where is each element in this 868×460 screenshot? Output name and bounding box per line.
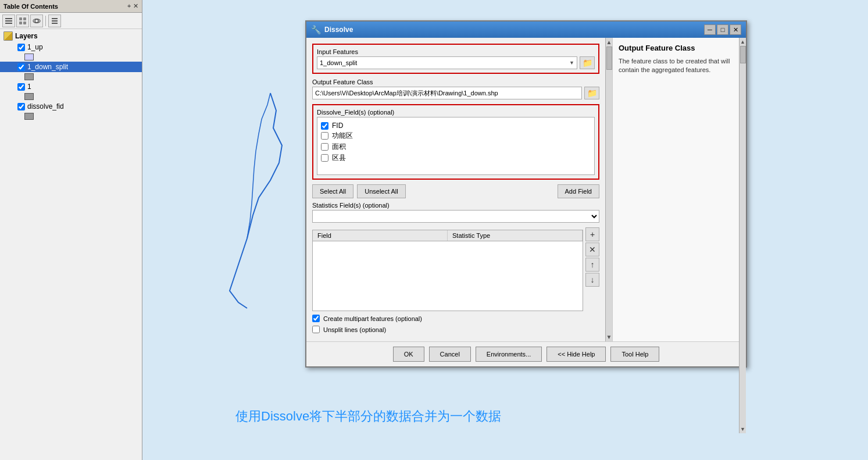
dissolve-tool-icon: 🔧 [311,25,321,34]
toc-layer-1down-split-symbol [24,73,34,80]
help-text: The feature class to be created that wil… [619,57,740,75]
toc-layer-1-name: 1 [27,83,31,91]
toc-layer-1up-symbol [24,54,34,60]
add-field-button[interactable]: Add Field [558,184,599,198]
scroll-down-arrow[interactable]: ▼ [606,334,612,341]
help-scroll-thumb[interactable] [740,46,746,63]
field-row-fid: FID [321,121,591,130]
ok-button[interactable]: OK [393,347,424,362]
statistics-table: Field Statistic Type [312,230,583,311]
field-quxian-checkbox[interactable] [321,154,328,162]
hide-help-button[interactable]: << Hide Help [546,347,606,362]
toc-pin-button[interactable]: ⌖ [127,2,131,10]
select-all-button[interactable]: Select All [312,184,353,198]
input-features-dropdown[interactable]: 1_down_split ▼ [317,56,577,69]
dialog-titlebar: 🔧 Dissolve ─ □ ✕ [306,22,746,38]
field-gongnengqu-name: 功能区 [332,131,353,141]
toc-layer-1[interactable]: 1 [0,81,142,92]
toc-layer-1-symbol-row [0,92,142,101]
toc-toolbar [0,13,142,29]
field-quxian-name: 区县 [332,153,346,163]
svg-rect-11 [52,23,58,24]
field-row-gongnengqu: 功能区 [321,130,591,141]
toc-layer-1up-symbol-row [0,52,142,62]
toc-layer-dissolve-fid-checkbox[interactable] [17,103,25,110]
toc-layer-1down-split-checkbox[interactable] [17,63,25,71]
toc-list-view-button[interactable] [2,15,15,27]
unsplit-lines-checkbox[interactable] [312,326,320,333]
statistics-dropdown-row [312,210,599,223]
toc-options-button[interactable] [48,15,61,27]
statistics-table-header: Field Statistic Type [313,230,583,241]
environments-button[interactable]: Environments... [476,347,542,362]
toc-layer-1down-split-name: 1_down_split [27,63,68,71]
map-shape [201,87,317,320]
stats-remove-row-button[interactable]: ✕ [585,243,599,256]
stats-side-buttons: + ✕ ↑ ↓ [585,227,599,287]
toc-title-controls: ⌖ ✕ [127,2,138,10]
scroll-up-arrow[interactable]: ▲ [606,38,612,45]
stats-col-type: Statistic Type [448,230,583,241]
help-scroll-down[interactable]: ▼ [740,426,745,433]
map-area[interactable]: 🔧 Dissolve ─ □ ✕ Input Features 1_down_s… [142,0,868,460]
svg-rect-9 [52,18,58,19]
dialog-scrollbar[interactable]: ▲ ▼ [605,38,612,341]
output-feature-class-browse-button[interactable]: 📁 [584,87,599,99]
stats-add-row-button[interactable]: + [585,227,599,241]
output-feature-class-section: Output Feature Class 📁 [312,79,599,99]
svg-rect-10 [52,20,58,22]
field-row-mianji: 面积 [321,141,591,152]
dialog-title-left: 🔧 Dissolve [311,25,353,34]
dialog-title-text: Dissolve [324,26,353,34]
dialog-maximize-button[interactable]: □ [717,24,728,35]
toc-layer-dissolve-fid-name: dissolve_fid [27,102,64,110]
input-features-dropdown-arrow: ▼ [569,60,574,66]
dissolve-dialog: 🔧 Dissolve ─ □ ✕ Input Features 1_down_s… [305,20,747,368]
dissolve-fields-section: Dissolve_Field(s) (optional) FID 功能区 [312,104,599,180]
create-multipart-row: Create multipart features (optional) [312,315,599,322]
unsplit-lines-row: Unsplit lines (optional) [312,326,599,333]
statistics-table-area: Field Statistic Type [312,227,583,311]
statistics-fields-dropdown[interactable] [312,210,599,223]
toc-layer-1up-checkbox[interactable] [17,44,25,51]
svg-rect-3 [19,17,22,20]
toc-layer-dissolve-fid[interactable]: dissolve_fid [0,101,142,112]
toc-layer-1up[interactable]: 1_up [0,42,142,52]
stats-move-up-button[interactable]: ↑ [585,258,599,272]
unselect-all-button[interactable]: Unselect All [357,184,405,198]
stats-move-down-button[interactable]: ↓ [585,273,599,287]
annotation-text: 使用Dissolve将下半部分的数据合并为一个数据 [235,408,501,425]
field-mianji-name: 面积 [332,142,346,152]
toc-layer-1down-split[interactable]: 1_down_split [0,62,142,72]
field-fid-checkbox[interactable] [321,122,328,130]
field-gongnengqu-checkbox[interactable] [321,132,328,140]
toc-layer-1-checkbox[interactable] [17,83,25,91]
toc-visibility-button[interactable] [30,15,43,27]
stats-col-field: Field [313,230,448,241]
toc-title: Table Of Contents [3,3,58,10]
dialog-title-controls: ─ □ ✕ [704,24,741,35]
svg-rect-1 [5,20,12,22]
toc-layer-dissolve-fid-symbol [24,113,34,120]
field-fid-name: FID [332,122,343,130]
scroll-thumb[interactable] [606,47,612,70]
toc-layer-1down-split-symbol-row [0,72,142,81]
dialog-close-button[interactable]: ✕ [730,24,741,35]
statistics-fields-section: Statistics Field(s) (optional) [312,202,599,223]
tool-help-button[interactable]: Tool Help [610,347,659,362]
output-feature-class-row: 📁 [312,87,599,99]
toc-toolbar-separator [45,16,46,26]
dialog-form: Input Features 1_down_split ▼ 📁 Output F… [306,38,605,341]
help-scrollbar[interactable]: ▲ ▼ [739,38,746,433]
output-feature-class-input[interactable] [312,87,582,99]
input-features-browse-button[interactable]: 📁 [580,56,595,69]
create-multipart-checkbox[interactable] [312,315,320,322]
toc-close-button[interactable]: ✕ [133,2,138,10]
toc-layer-dissolve-fid-symbol-row [0,112,142,121]
toc-source-view-button[interactable] [16,15,29,27]
cancel-button[interactable]: Cancel [429,347,471,362]
dissolve-fields-box: FID 功能区 面积 区县 [317,117,595,175]
help-scroll-up[interactable]: ▲ [740,38,745,45]
dialog-minimize-button[interactable]: ─ [704,24,716,35]
field-mianji-checkbox[interactable] [321,143,328,151]
